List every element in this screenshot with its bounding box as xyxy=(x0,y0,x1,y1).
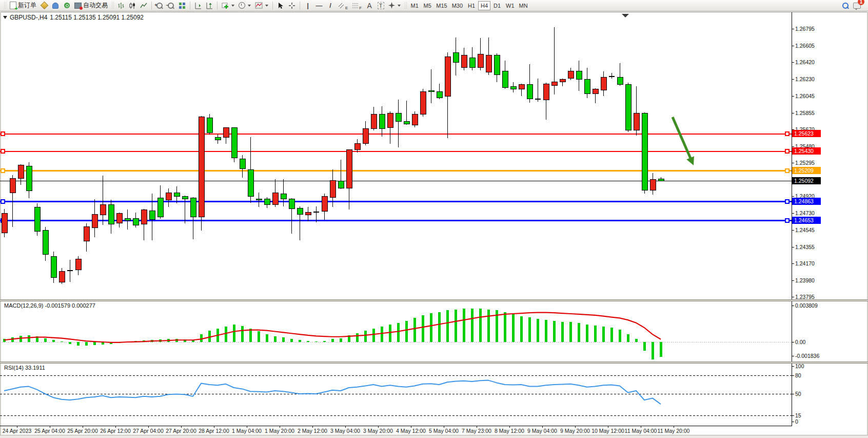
search-button[interactable] xyxy=(840,1,851,11)
price-tick-label: 1.26605 xyxy=(795,43,815,49)
timeframe-button-h1[interactable]: H1 xyxy=(465,1,478,10)
time-axis-label: 7 May 23:00 xyxy=(462,428,491,434)
time-tick-mark xyxy=(312,426,313,428)
price-tick-label: 1.25295 xyxy=(795,160,815,166)
channel-letter: E xyxy=(345,6,348,10)
chat-button[interactable]: 1 xyxy=(851,1,863,11)
fibonacci-button[interactable]: F xyxy=(350,1,364,11)
mt4-window: 新订单 自动交易 + − xyxy=(0,0,868,438)
time-tick-mark xyxy=(411,426,411,428)
time-axis-label: 28 Apr 12:00 xyxy=(199,428,229,434)
time-axis-label: 4 May 12:00 xyxy=(396,428,426,434)
horizontal-line-button[interactable]: — xyxy=(313,1,325,11)
status-bar xyxy=(0,435,868,438)
price-tick-label: 1.25855 xyxy=(795,110,815,116)
metaeditor-button[interactable] xyxy=(38,1,50,11)
dropdown-caret-icon xyxy=(231,5,234,7)
time-axis-label: 25 Apr 20:00 xyxy=(67,428,98,434)
cursor-button[interactable] xyxy=(275,1,286,11)
timeframe-button-mn[interactable]: MN xyxy=(517,1,530,10)
price-badge: 1.25092 xyxy=(792,177,821,184)
time-axis-label: 11 May 20:00 xyxy=(658,428,690,434)
rsi-axis-label: 100 xyxy=(795,363,804,369)
time-tick-mark xyxy=(509,426,510,428)
price-badge: 1.25430 xyxy=(792,147,821,155)
text-button[interactable]: A xyxy=(364,1,375,11)
macd-axis-label: -0.001836 xyxy=(795,353,819,359)
time-axis-label: 9 May 20:00 xyxy=(560,428,590,434)
toolbar-grip[interactable] xyxy=(404,2,407,10)
arrows-button[interactable] xyxy=(386,1,403,11)
auto-scroll-button[interactable] xyxy=(192,1,204,11)
periods-button[interactable] xyxy=(236,1,253,11)
zoom-out-icon xyxy=(168,3,174,9)
candlestick-button[interactable] xyxy=(127,1,138,11)
bar-chart-button[interactable] xyxy=(115,1,127,11)
time-tick-mark xyxy=(17,426,17,428)
vertical-line-button[interactable]: | xyxy=(302,1,313,11)
rsi-axis-label: 0 xyxy=(795,418,798,425)
crosshair-button[interactable] xyxy=(286,1,298,11)
trendline-button[interactable]: / xyxy=(325,1,336,11)
timeframe-button-m30[interactable]: M30 xyxy=(450,1,465,10)
new-order-label: 新订单 xyxy=(18,1,36,10)
signals-button[interactable] xyxy=(61,1,72,11)
price-tick-label: 1.26795 xyxy=(795,26,815,32)
signals-icon xyxy=(64,3,70,8)
cursor-icon xyxy=(278,2,284,9)
main-chart-canvas[interactable] xyxy=(0,12,868,299)
toolbar-grip[interactable] xyxy=(111,2,114,10)
fibo-letter: F xyxy=(359,6,362,10)
time-tick-mark xyxy=(378,426,379,428)
macd-label: MACD(12,26,9) -0.001579 0.000277 xyxy=(4,302,95,309)
auto-trading-button[interactable]: 自动交易 xyxy=(72,1,110,11)
symbol-dropdown-icon[interactable] xyxy=(3,16,7,19)
templates-icon xyxy=(255,2,263,9)
timeframe-button-m1[interactable]: M1 xyxy=(408,1,421,10)
time-axis-label: 10 May 12:00 xyxy=(591,428,624,434)
toolbar-grip[interactable] xyxy=(4,2,6,10)
price-tick-label: 1.24170 xyxy=(795,260,815,266)
timeframe-button-h4[interactable]: H4 xyxy=(478,1,490,10)
rsi-axis-label: 80 xyxy=(795,372,801,378)
rsi-line xyxy=(4,380,661,405)
zoom-in-button[interactable]: + xyxy=(154,1,165,11)
time-tick-mark xyxy=(181,426,182,428)
auto-trading-label: 自动交易 xyxy=(83,1,108,10)
dropdown-caret-icon xyxy=(398,5,401,7)
time-axis-label: 2 May 12:00 xyxy=(298,428,327,434)
templates-button[interactable] xyxy=(253,1,270,11)
timeframe-button-m15[interactable]: M15 xyxy=(434,1,449,10)
price-badge: 1.25623 xyxy=(792,130,821,137)
time-axis-label: 9 May 04:00 xyxy=(527,428,557,434)
rsi-axis-label: 50 xyxy=(795,391,801,397)
text-label-button[interactable]: T xyxy=(375,1,386,11)
auto-scroll-icon xyxy=(194,2,202,9)
label-icon: T xyxy=(378,2,384,9)
new-order-button[interactable]: 新订单 xyxy=(8,1,38,11)
timeframe-button-m5[interactable]: M5 xyxy=(421,1,433,10)
equidistant-channel-button[interactable]: E xyxy=(336,1,350,11)
toolbar: 新订单 自动交易 + − xyxy=(0,0,868,11)
rsi-label: RSI(14) 33.1911 xyxy=(4,365,45,371)
time-tick-mark xyxy=(477,426,477,428)
panel-resize-separator[interactable] xyxy=(0,361,868,364)
time-tick-mark xyxy=(115,426,116,428)
zoom-out-button[interactable]: − xyxy=(165,1,176,11)
rsi-panel-canvas[interactable] xyxy=(0,364,868,426)
indicators-icon xyxy=(222,2,229,9)
community-button[interactable] xyxy=(50,1,61,11)
time-tick-mark xyxy=(214,426,214,428)
line-chart-icon xyxy=(140,2,147,9)
macd-panel-canvas[interactable] xyxy=(0,301,868,361)
time-tick-mark xyxy=(575,426,576,428)
chart-shift-button[interactable] xyxy=(204,1,215,11)
timeframe-button-w1[interactable]: W1 xyxy=(504,1,517,10)
time-axis-label: 27 Apr 04:00 xyxy=(133,428,164,434)
tile-windows-button[interactable] xyxy=(176,1,188,11)
panel-resize-separator[interactable] xyxy=(0,299,868,301)
line-chart-button[interactable] xyxy=(138,1,149,11)
chart-shift-marker xyxy=(622,14,629,17)
indicators-button[interactable] xyxy=(220,1,236,11)
timeframe-button-d1[interactable]: D1 xyxy=(491,1,503,10)
